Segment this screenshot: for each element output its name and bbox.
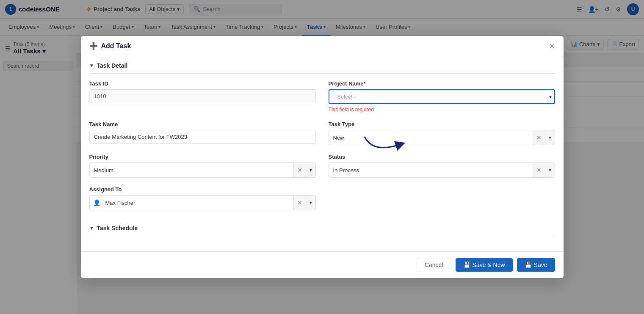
section-chevron-task-schedule[interactable]: ▼	[89, 225, 94, 231]
modal-add-icon: ➕	[89, 42, 98, 50]
task-detail-form: Task ID Project Name* --Select-- ▾ This …	[89, 80, 555, 210]
field-task-id: Task ID	[89, 80, 316, 113]
select-task-type[interactable]: New	[329, 131, 533, 144]
label-task-id: Task ID	[89, 80, 316, 87]
assigned-to-clear-button[interactable]: ✕	[293, 196, 306, 210]
task-type-dropdown-button[interactable]: ▾	[545, 130, 555, 145]
cancel-button[interactable]: Cancel	[417, 258, 451, 272]
priority-clear-button[interactable]: ✕	[293, 163, 306, 177]
assigned-to-wrapper: 👤 Max Fischer ✕ ▾	[89, 195, 316, 210]
save-button[interactable]: 💾 Save	[517, 258, 555, 272]
add-task-modal: ➕ Add Task ✕ ▼ Task Detail Task ID Proje…	[81, 36, 564, 278]
section-chevron-task-detail[interactable]: ▼	[89, 63, 94, 69]
save-label: Save	[534, 262, 547, 268]
save-new-label: Save & New	[473, 262, 505, 268]
select-priority[interactable]: Medium	[90, 164, 293, 177]
assignee-person-icon: 👤	[90, 199, 104, 206]
project-name-error: This field is required	[329, 107, 555, 113]
label-task-name: Task Name	[89, 121, 316, 127]
section-title-task-schedule: Task Schedule	[97, 225, 138, 231]
modal-body: ▼ Task Detail Task ID Project Name* --Se…	[81, 56, 564, 251]
modal-footer: Cancel 💾 Save & New 💾 Save	[81, 251, 564, 278]
label-assigned-to: Assigned To	[89, 186, 316, 193]
input-task-id[interactable]	[89, 89, 316, 103]
input-task-name[interactable]	[89, 130, 316, 144]
project-name-select-wrapper: --Select-- ▾	[329, 89, 555, 104]
section-task-schedule-header: ▼ Task Schedule	[89, 219, 555, 236]
task-type-select-wrapper: New ✕ ▾	[329, 130, 555, 145]
modal-header: ➕ Add Task ✕	[81, 36, 564, 56]
modal-close-button[interactable]: ✕	[549, 42, 555, 50]
status-select-wrapper: In Process ✕ ▾	[329, 163, 555, 178]
label-task-type: Task Type	[329, 121, 555, 127]
section-task-detail-header: ▼ Task Detail	[89, 56, 555, 74]
field-assigned-to: Assigned To 👤 Max Fischer ✕ ▾	[89, 186, 316, 210]
save-icon: 💾	[525, 262, 532, 268]
label-status: Status	[329, 154, 555, 160]
section-title-task-detail: Task Detail	[97, 62, 127, 69]
status-dropdown-button[interactable]: ▾	[545, 163, 555, 177]
priority-dropdown-button[interactable]: ▾	[306, 163, 315, 177]
modal-title-area: ➕ Add Task	[89, 42, 131, 50]
assigned-to-dropdown-button[interactable]: ▾	[306, 196, 315, 210]
select-status[interactable]: In Process	[329, 164, 533, 177]
modal-title: Add Task	[101, 42, 131, 50]
field-project-name: Project Name* --Select-- ▾ This field is…	[329, 80, 555, 113]
field-task-name: Task Name	[89, 121, 316, 145]
task-type-clear-button[interactable]: ✕	[533, 130, 545, 145]
save-new-icon: 💾	[463, 262, 470, 268]
save-new-button[interactable]: 💾 Save & New	[456, 258, 513, 272]
modal-overlay: ➕ Add Task ✕ ▼ Task Detail Task ID Proje…	[0, 0, 644, 314]
assignee-name-text: Max Fischer	[104, 196, 293, 209]
status-clear-button[interactable]: ✕	[533, 163, 545, 177]
select-project-name[interactable]: --Select--	[329, 89, 555, 104]
field-priority: Priority Medium ✕ ▾	[89, 154, 316, 178]
field-task-type: Task Type New ✕ ▾	[329, 121, 555, 145]
label-project-name: Project Name*	[329, 80, 555, 87]
priority-select-wrapper: Medium ✕ ▾	[89, 163, 316, 178]
label-priority: Priority	[89, 154, 316, 160]
field-status: Status In Process ✕ ▾	[329, 154, 555, 178]
